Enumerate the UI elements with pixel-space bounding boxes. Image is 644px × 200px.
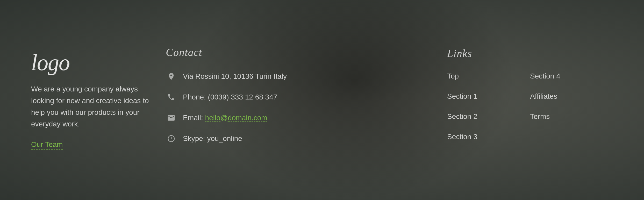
links-columns: Top Section 1 Section 2 Section 3 Sectio… <box>447 72 613 153</box>
email-link[interactable]: hello@domain.com <box>205 114 267 122</box>
links-title: Links <box>447 47 613 60</box>
address-text: Via Rossini 10, 10136 Turin Italy <box>183 72 287 81</box>
email-icon <box>166 112 177 123</box>
location-icon <box>166 71 177 82</box>
brand-column: logo We are a young company always looki… <box>31 51 166 148</box>
link-section2[interactable]: Section 2 <box>447 112 530 121</box>
contact-email: Email: hello@domain.com <box>166 112 437 123</box>
skype-icon <box>166 133 177 144</box>
logo: logo <box>31 51 150 74</box>
links-col-1: Top Section 1 Section 2 Section 3 <box>447 72 530 153</box>
brand-description: We are a young company always looking fo… <box>31 83 150 130</box>
footer: logo We are a young company always looki… <box>0 0 644 200</box>
links-section: Links Top Section 1 Section 2 Section 3 … <box>447 47 613 153</box>
contact-address: Via Rossini 10, 10136 Turin Italy <box>166 71 437 82</box>
link-top[interactable]: Top <box>447 72 530 80</box>
email-text: Email: hello@domain.com <box>183 114 267 122</box>
our-team-link[interactable]: Our Team <box>31 140 63 150</box>
links-col-2: Section 4 Affiliates Terms <box>530 72 613 153</box>
link-section4[interactable]: Section 4 <box>530 72 613 80</box>
link-section3[interactable]: Section 3 <box>447 133 530 141</box>
link-section1[interactable]: Section 1 <box>447 92 530 101</box>
phone-text: Phone: (0039) 333 12 68 347 <box>183 93 277 101</box>
email-label: Email: <box>183 114 205 122</box>
contact-title: Contact <box>166 46 437 59</box>
skype-text: Skype: you_online <box>183 134 242 143</box>
contact-column: Contact Via Rossini 10, 10136 Turin Ital… <box>166 46 447 154</box>
link-terms[interactable]: Terms <box>530 112 613 121</box>
link-affiliates[interactable]: Affiliates <box>530 92 613 101</box>
contact-phone: Phone: (0039) 333 12 68 347 <box>166 92 437 103</box>
phone-icon <box>166 92 177 103</box>
contact-skype: Skype: you_online <box>166 133 437 144</box>
